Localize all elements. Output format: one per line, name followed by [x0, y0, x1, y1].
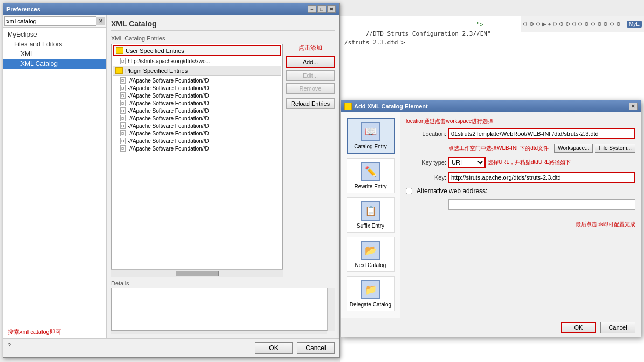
catalog-tree[interactable]: User Specified Entries D http://struts.a… — [111, 44, 283, 269]
add-dialog-ok-button[interactable]: OK — [561, 322, 596, 333]
catalog-item-5[interactable]: D-//Apache Software Foundation//D — [112, 107, 282, 114]
catalog-item-4[interactable]: D-//Apache Software Foundation//D — [112, 99, 282, 107]
catalog-item-2[interactable]: D-//Apache Software Foundation//D — [112, 84, 282, 92]
user-specified-entries-folder[interactable]: User Specified Entries — [113, 45, 281, 56]
remove-button[interactable]: Remove — [286, 83, 335, 94]
next-catalog-icon: 📂 — [361, 241, 380, 260]
add-dialog-controls: ✕ — [629, 103, 638, 110]
add-dialog-footer: OK Cancel — [341, 318, 641, 337]
add-dialog-body: 📖 Catalog Entry ✏️ Rewrite Entry 📋 Suffi… — [341, 112, 641, 318]
rewrite-entry-label: Rewrite Entry — [354, 183, 386, 189]
horizontal-scrollbar[interactable] — [111, 269, 283, 277]
key-label: Key: — [406, 174, 446, 181]
alternative-input[interactable] — [448, 199, 635, 210]
add-annotation: 点击添加 — [286, 44, 335, 52]
suffix-entry-label: Suffix Entry — [357, 223, 384, 229]
key-row: Key: — [406, 172, 635, 183]
keytype-row: Key type: URI Public ID 选择URL，并粘贴dtdURL路… — [406, 157, 635, 168]
folder-icon — [116, 47, 123, 54]
alternative-label: Alternative web address: — [417, 187, 487, 195]
preferences-cancel-button[interactable]: Cancel — [297, 342, 335, 354]
catalog-buttons: 点击添加 Add... Edit... Remove Reload Entrie… — [286, 44, 335, 277]
keytype-annotation: 选择URL，并粘贴dtdURL路径如下 — [488, 159, 635, 166]
minimize-button[interactable]: − — [308, 5, 316, 13]
rewrite-entry-button[interactable]: ✏️ Rewrite Entry — [347, 158, 395, 193]
workspace-button[interactable]: Workspace... — [554, 144, 593, 153]
location-annotation: location通过点击workspace进行选择 — [406, 118, 635, 125]
catalog-item-8[interactable]: D-//Apache Software Foundation//D — [112, 129, 282, 137]
tree-item-myeclipse[interactable]: MyEclipse — [3, 30, 106, 39]
catalog-item-struts[interactable]: D http://struts.apache.org/dtds/xwo... — [112, 57, 282, 65]
catalog-entry-label: Catalog Entry — [354, 144, 387, 149]
search-clear-button[interactable]: ✕ — [96, 17, 105, 25]
search-input[interactable] — [4, 16, 96, 26]
location-row: Location: — [406, 128, 635, 139]
catalog-type-panel: 📖 Catalog Entry ✏️ Rewrite Entry 📋 Suffi… — [341, 112, 400, 318]
search-bar: ✕ — [3, 15, 106, 28]
details-section: Details — [111, 280, 335, 334]
tree-item-xml[interactable]: XML — [3, 49, 106, 59]
catalog-item-10[interactable]: D-//Apache Software Foundation//D — [112, 145, 282, 152]
alternative-checkbox[interactable] — [406, 188, 412, 194]
workspace-row: 点选工作空间中选择WEB-INF下的dtd文件 Workspace... Fil… — [406, 144, 635, 153]
catalog-item-1[interactable]: D-//Apache Software Foundation//D — [112, 77, 282, 84]
location-input[interactable] — [448, 128, 635, 139]
location-label: Location: — [406, 131, 446, 137]
edit-button[interactable]: Edit... — [286, 70, 335, 81]
preferences-titlebar: Preferences − □ ✕ — [3, 3, 339, 15]
keytype-select[interactable]: URI Public ID — [448, 157, 486, 168]
add-dialog-close-button[interactable]: ✕ — [629, 103, 638, 110]
add-catalog-title: Add XML Catalog Element — [354, 103, 428, 110]
next-catalog-label: Next Catalog — [355, 262, 386, 268]
key-input[interactable] — [448, 172, 635, 183]
catalog-area: XML Catalog Entries User Specified Entri… — [111, 35, 335, 334]
details-box — [111, 288, 327, 331]
maximize-button[interactable]: □ — [317, 5, 326, 13]
catalog-item-9[interactable]: D-//Apache Software Foundation//D — [112, 137, 282, 145]
delegate-catalog-button[interactable]: 📁 Delegate Catalog — [347, 276, 395, 311]
titlebar-controls: − □ ✕ — [308, 5, 336, 13]
search-annotation: 搜索xml catalog即可 — [3, 326, 106, 338]
catalog-entry-button[interactable]: 📖 Catalog Entry — [347, 118, 395, 154]
alternative-row: Alternative web address: — [406, 187, 635, 195]
preferences-footer: ? OK Cancel — [3, 338, 339, 357]
plugin-specified-entries-label: Plugin Specified Entries — [125, 67, 188, 74]
catalog-entries-label: XML Catalog Entries — [111, 35, 335, 42]
user-specified-entries-label: User Specified Entries — [126, 47, 184, 54]
keytype-label: Key type: — [406, 159, 446, 166]
details-scrollbar[interactable] — [327, 288, 335, 331]
workspace-annotation: 点选工作空间中选择WEB-INF下的dtd文件 — [448, 145, 552, 152]
delegate-catalog-icon: 📁 — [361, 280, 380, 299]
folder-icon-2 — [115, 67, 123, 74]
catalog-entry-icon: 📖 — [361, 122, 380, 141]
tree-container: MyEclipse Files and Editors XML XML Cata… — [3, 28, 106, 326]
preferences-left-panel: ✕ MyEclipse Files and Editors XML XML Ca… — [3, 15, 107, 338]
tree-item-xml-catalog[interactable]: XML Catalog — [3, 59, 106, 69]
add-catalog-titlebar: Add XML Catalog Element ✕ — [341, 100, 641, 112]
filesystem-button[interactable]: File System... — [595, 144, 635, 153]
bottom-annotation: 最后点击ok即可配置完成 — [406, 221, 635, 228]
tree-item-files-editors[interactable]: Files and Editors — [3, 39, 106, 49]
reload-entries-button[interactable]: Reload Entries — [286, 98, 335, 109]
details-h-scrollbar[interactable] — [111, 331, 327, 334]
eclipse-toolbar: ⚙ ⚙ ⚙ ▶ ● ⚙ ⚙ ⚙ ⚙ ⚙ ⚙ ⚙ ⚙ ⚙ ⚙ ⚙ MyE — [521, 16, 644, 32]
preferences-dialog: Preferences − □ ✕ ✕ MyEclipse Files and … — [3, 3, 340, 358]
details-label: Details — [111, 280, 335, 286]
suffix-entry-icon: 📋 — [361, 201, 380, 221]
form-panel: location通过点击workspace进行选择 Location: 点选工作… — [400, 112, 641, 318]
preferences-ok-button[interactable]: OK — [255, 342, 293, 354]
catalog-item-3[interactable]: D-//Apache Software Foundation//D — [112, 92, 282, 99]
close-button[interactable]: ✕ — [327, 5, 336, 13]
preferences-body: ✕ MyEclipse Files and Editors XML XML Ca… — [3, 15, 339, 338]
preferences-title: Preferences — [6, 6, 40, 12]
plugin-specified-entries-folder[interactable]: Plugin Specified Entries — [113, 66, 281, 76]
add-button[interactable]: Add... — [286, 56, 335, 68]
delegate-catalog-label: Delegate Catalog — [350, 302, 391, 308]
add-dialog-cancel-button[interactable]: Cancel — [600, 322, 635, 333]
next-catalog-button[interactable]: 📂 Next Catalog — [347, 237, 395, 272]
catalog-item-7[interactable]: D-//Apache Software Foundation//D — [112, 122, 282, 129]
add-dialog-icon — [344, 103, 352, 110]
suffix-entry-button[interactable]: 📋 Suffix Entry — [347, 197, 395, 233]
alternative-input-row — [406, 199, 635, 210]
catalog-item-6[interactable]: D-//Apache Software Foundation//D — [112, 114, 282, 122]
